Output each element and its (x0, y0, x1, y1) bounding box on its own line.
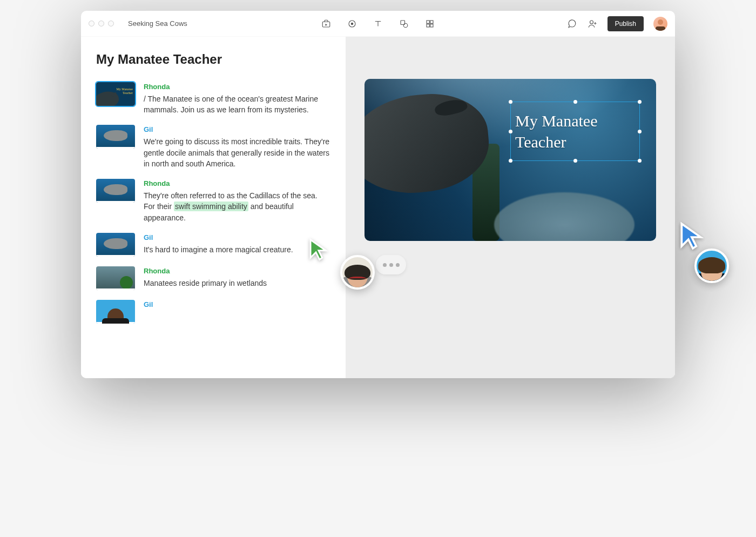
script-text[interactable]: It's hard to imagine a more magical crea… (144, 245, 293, 254)
svg-rect-12 (656, 26, 665, 31)
entry-body[interactable]: Gil (144, 300, 330, 324)
collaborator-avatar-rhonda[interactable] (340, 255, 375, 290)
svg-point-10 (590, 21, 593, 24)
main-split: My Manatee Teacher My ManateeTeacher Rho… (81, 37, 675, 378)
script-entry[interactable]: Rhonda They're often referred to as the … (96, 179, 330, 223)
resize-handle[interactable] (509, 159, 512, 163)
svg-rect-8 (427, 24, 429, 26)
collaborator-avatar-gil[interactable] (694, 249, 729, 283)
canvas-manatee-bg (494, 192, 634, 241)
scene-thumbnail[interactable] (96, 125, 135, 149)
entry-body[interactable]: Rhonda Manatees reside primary in wetlan… (144, 266, 330, 290)
toolbar-right: Publish (566, 16, 667, 31)
script-text[interactable]: We're going to discuss its most incredib… (144, 137, 329, 168)
resize-handle[interactable] (509, 130, 512, 133)
resize-handle[interactable] (573, 159, 577, 163)
text-icon[interactable] (373, 18, 383, 29)
share-icon[interactable] (587, 18, 598, 29)
script-text[interactable]: Manatees reside primary in wetlands (144, 279, 267, 287)
scene-thumbnail[interactable] (96, 179, 135, 203)
svg-point-11 (658, 19, 663, 25)
svg-point-3 (351, 22, 354, 25)
canvas-preview[interactable]: My Manatee Teacher (364, 79, 656, 241)
scene-thumbnail[interactable] (96, 300, 135, 324)
entry-body[interactable]: Rhonda / The Manatee is one of the ocean… (144, 82, 330, 115)
app-window: Seeking Sea Cows (81, 11, 675, 378)
speaker-label: Rhonda (144, 82, 330, 92)
user-avatar[interactable] (653, 17, 667, 31)
svg-point-5 (403, 23, 408, 28)
document-title[interactable]: Seeking Sea Cows (128, 19, 187, 28)
speaker-label: Rhonda (144, 266, 330, 277)
entry-body[interactable]: Gil We're going to discuss its most incr… (144, 125, 330, 169)
script-text[interactable]: / The Manatee is one of the ocean's grea… (144, 95, 318, 114)
speaker-label: Gil (144, 300, 330, 310)
resize-handle[interactable] (573, 100, 577, 104)
script-panel: My Manatee Teacher My ManateeTeacher Rho… (81, 37, 346, 378)
speaker-label: Gil (144, 125, 330, 135)
svg-rect-6 (427, 21, 429, 23)
svg-rect-9 (430, 24, 433, 26)
svg-rect-7 (430, 21, 433, 23)
comment-icon[interactable] (566, 18, 577, 29)
toolbar: Seeking Sea Cows (81, 11, 675, 37)
resize-handle[interactable] (638, 100, 642, 104)
script-entry[interactable]: Gil (96, 300, 330, 324)
window-controls[interactable] (89, 21, 114, 26)
speaker-label: Gil (144, 233, 330, 243)
speaker-label: Rhonda (144, 179, 330, 189)
resize-handle[interactable] (638, 159, 642, 163)
thumb-overlay-text: My ManateeTeacher (117, 88, 133, 95)
typing-indicator (376, 255, 406, 274)
page-title: My Manatee Teacher (96, 52, 330, 67)
scene-thumbnail[interactable]: My ManateeTeacher (96, 82, 135, 106)
record-icon[interactable] (347, 18, 357, 29)
toolbar-center (321, 18, 435, 29)
preview-panel: My Manatee Teacher (346, 37, 675, 378)
publish-button[interactable]: Publish (608, 16, 644, 31)
highlighted-text[interactable]: swift swimming ability (174, 202, 248, 211)
grid-icon[interactable] (424, 18, 435, 29)
resize-handle[interactable] (509, 100, 512, 104)
script-entry[interactable]: Rhonda Manatees reside primary in wetlan… (96, 266, 330, 290)
svg-marker-1 (326, 24, 328, 26)
media-icon[interactable] (321, 18, 332, 29)
scene-thumbnail[interactable] (96, 266, 135, 290)
entry-body[interactable]: Gil It's hard to imagine a more magical … (144, 233, 330, 257)
traffic-close[interactable] (89, 21, 94, 26)
resize-handle[interactable] (638, 130, 642, 133)
script-entry[interactable]: My ManateeTeacher Rhonda / The Manatee i… (96, 82, 330, 115)
scene-thumbnail[interactable] (96, 233, 135, 257)
script-entry[interactable]: Gil We're going to discuss its most incr… (96, 125, 330, 169)
text-selection-frame[interactable]: My Manatee Teacher (510, 102, 640, 161)
script-entry[interactable]: Gil It's hard to imagine a more magical … (96, 233, 330, 257)
shapes-icon[interactable] (399, 18, 409, 29)
canvas-title-text[interactable]: My Manatee Teacher (515, 110, 635, 152)
traffic-minimize[interactable] (98, 21, 104, 26)
traffic-zoom[interactable] (108, 21, 114, 26)
entry-body[interactable]: Rhonda They're often referred to as the … (144, 179, 330, 223)
collaborator-cursor-gil (678, 221, 705, 253)
collaborator-cursor-rhonda (308, 238, 329, 264)
